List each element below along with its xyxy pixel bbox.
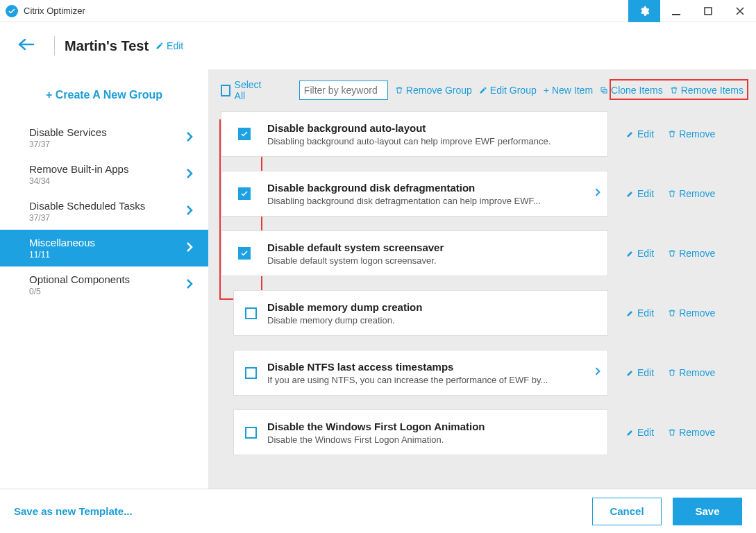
pencil-icon (626, 369, 635, 377)
trash-icon (395, 86, 403, 94)
btn-label: Clone Items (611, 85, 663, 96)
sidebar-item-disable-services[interactable]: Disable Services37/37 (0, 119, 208, 156)
sidebar-item-optional[interactable]: Optional Components0/5 (0, 266, 208, 303)
item-title: Disable the Windows First Logon Animatio… (267, 421, 600, 432)
select-all-button[interactable]: Select All (221, 79, 264, 101)
sidebar-item-miscellaneous[interactable]: Miscellaneous11/11 (0, 230, 208, 266)
trash-icon (668, 249, 676, 257)
item-checkbox[interactable] (238, 187, 251, 200)
page-title: Martin's Test (65, 38, 149, 54)
btn-label: Edit Group (490, 85, 537, 96)
maximize-button[interactable] (692, 0, 724, 22)
settings-button[interactable] (628, 0, 660, 22)
minimize-icon (672, 7, 680, 15)
create-group-button[interactable]: + Create A New Group (0, 75, 208, 119)
item-remove-button[interactable]: Remove (668, 307, 715, 319)
item-desc: Disable memory dump creation. (267, 315, 600, 325)
minimize-button[interactable] (660, 0, 692, 22)
item-remove-button[interactable]: Remove (668, 128, 715, 139)
item-remove-button[interactable]: Remove (668, 427, 715, 438)
edit-label: Edit (167, 40, 183, 51)
sidebar-item-count: 0/5 (29, 287, 130, 296)
item-edit-button[interactable]: Edit (626, 128, 654, 139)
close-button[interactable] (724, 0, 756, 22)
checkbox-icon (221, 85, 230, 96)
item-card[interactable]: Disable background auto-layoutDisabling … (221, 111, 608, 157)
sidebar-item-remove-apps[interactable]: Remove Built-in Apps34/34 (0, 156, 208, 193)
pencil-icon (626, 130, 635, 138)
item-edit-button[interactable]: Edit (626, 307, 654, 319)
pencil-icon (156, 42, 164, 50)
remove-group-button[interactable]: Remove Group (395, 85, 472, 96)
item-desc: Disabling background auto-layout can hel… (267, 136, 600, 146)
item-checkbox[interactable] (245, 307, 257, 319)
item-card[interactable]: Disable NTFS last access timestampsIf yo… (233, 350, 608, 396)
item-row: Disable the Windows First Logon Animatio… (221, 409, 744, 455)
chevron-right-icon (186, 168, 193, 182)
item-card[interactable]: Disable the Windows First Logon Animatio… (233, 409, 608, 455)
new-item-button[interactable]: + New Item (544, 85, 593, 96)
item-edit-button[interactable]: Edit (626, 188, 654, 199)
save-button[interactable]: Save (673, 498, 742, 525)
item-title: Disable default system screensaver (267, 242, 600, 253)
pencil-icon (626, 428, 635, 437)
item-desc: Disabling background disk defragmentatio… (267, 196, 591, 206)
sidebar-item-label: Disable Services (29, 126, 107, 138)
cancel-button[interactable]: Cancel (592, 498, 662, 525)
trash-icon (670, 86, 678, 94)
toolbar: Select All Remove Group Edit Group + New… (211, 69, 753, 111)
chevron-right-icon (186, 205, 193, 219)
sidebar-item-label: Disable Scheduled Tasks (29, 200, 145, 212)
sidebar-item-scheduled-tasks[interactable]: Disable Scheduled Tasks37/37 (0, 193, 208, 230)
item-checkbox[interactable] (238, 247, 251, 260)
item-edit-button[interactable]: Edit (626, 248, 654, 259)
btn-label: Remove Items (681, 85, 744, 96)
items-list: Disable background auto-layoutDisabling … (211, 111, 753, 455)
item-checkbox[interactable] (245, 427, 257, 439)
back-button[interactable] (17, 37, 36, 54)
sidebar-item-count: 37/37 (29, 139, 107, 149)
pencil-icon (479, 86, 487, 94)
sidebar-item-label: Miscellaneous (29, 237, 95, 248)
select-all-label: Select All (235, 79, 264, 101)
pencil-icon (626, 189, 635, 198)
trash-icon (668, 428, 676, 437)
main-panel: Select All Remove Group Edit Group + New… (208, 69, 756, 489)
item-remove-button[interactable]: Remove (668, 367, 715, 378)
sidebar-item-label: Remove Built-in Apps (29, 163, 128, 175)
trash-icon (668, 130, 676, 138)
close-icon (736, 7, 744, 15)
item-card[interactable]: Disable background disk defragmentationD… (221, 171, 608, 217)
pencil-icon (626, 309, 635, 317)
remove-items-button[interactable]: Remove Items (670, 85, 744, 96)
filter-input[interactable] (299, 81, 388, 100)
item-title: Disable background disk defragmentation (267, 182, 591, 194)
item-edit-button[interactable]: Edit (626, 427, 654, 438)
item-row: Disable background auto-layoutDisabling … (221, 111, 744, 157)
item-remove-button[interactable]: Remove (668, 248, 715, 259)
gear-icon (639, 6, 650, 17)
item-desc: Disable the Windows First Logon Animatio… (267, 434, 600, 445)
trash-icon (668, 309, 676, 317)
item-row: Disable NTFS last access timestampsIf yo… (221, 350, 744, 396)
item-card[interactable]: Disable memory dump creationDisable memo… (233, 290, 608, 336)
edit-group-button[interactable]: Edit Group (479, 85, 537, 96)
sidebar-item-count: 34/34 (29, 176, 128, 186)
save-template-button[interactable]: Save as new Template... (14, 505, 133, 517)
item-checkbox[interactable] (245, 367, 257, 379)
item-edit-button[interactable]: Edit (626, 367, 654, 378)
item-card[interactable]: Disable default system screensaverDisabl… (221, 230, 608, 276)
chevron-right-icon (186, 242, 193, 255)
sidebar: + Create A New Group Disable Services37/… (0, 69, 208, 489)
item-desc: Disable default system logon screensaver… (267, 255, 600, 266)
item-title: Disable memory dump creation (267, 301, 600, 313)
item-title: Disable NTFS last access timestamps (267, 361, 591, 373)
sidebar-item-count: 11/11 (29, 250, 95, 260)
item-checkbox[interactable] (238, 128, 251, 140)
item-remove-button[interactable]: Remove (668, 188, 715, 199)
btn-label: New Item (552, 85, 593, 96)
app-title: Citrix Optimizer (24, 6, 85, 16)
edit-template-button[interactable]: Edit (156, 40, 183, 51)
back-arrow-icon (17, 37, 36, 51)
clone-items-button[interactable]: Clone Items (600, 85, 663, 96)
